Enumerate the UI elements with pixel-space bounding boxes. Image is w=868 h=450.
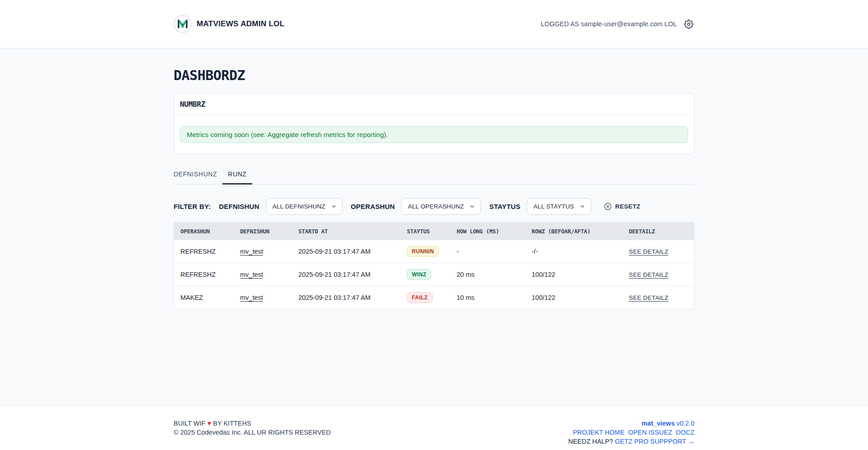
filter-by-label: FILTER BY: xyxy=(174,203,211,210)
tab-runz[interactable]: RUNZ xyxy=(222,166,252,185)
runs-table: OPERASHUN DEFNISHUN STARTD AT STAYTUS HO… xyxy=(174,222,694,309)
cell-operation: REFRESHZ xyxy=(174,240,234,263)
reset-button-label: RESETZ xyxy=(615,203,641,210)
open-issuez-link[interactable]: OPEN ISSUEZ xyxy=(628,429,672,436)
version-link: v0.2.0 xyxy=(677,420,695,427)
col-rowz: ROWZ (BEFOAR/AFTA) xyxy=(525,223,623,240)
definition-select-value: ALL DEFNISHUNZ xyxy=(273,203,326,210)
built-prefix: BUILT WIF xyxy=(174,420,205,427)
copyright-line: © 2025 Codevedas Inc. ALL UR RIGHTS RESE… xyxy=(174,428,331,437)
version-line: mat_views v0.2.0 xyxy=(568,419,694,428)
cell-started-at: 2025-09-21 03:17:47 AM xyxy=(292,240,401,263)
status-select[interactable]: ALL STAYTUS xyxy=(527,198,591,215)
heart-icon: ♥ xyxy=(207,419,211,427)
matviews-logo-icon xyxy=(174,15,192,33)
cell-operation: REFRESHZ xyxy=(174,263,234,286)
see-details-link[interactable]: SEE DETAILZ xyxy=(629,271,668,278)
col-startd-at: STARTD AT xyxy=(292,223,401,240)
cell-started-at: 2025-09-21 03:17:47 AM xyxy=(292,263,401,286)
filter-bar: FILTER BY: DEFNISHUN ALL DEFNISHUNZ OPER… xyxy=(174,198,694,215)
status-badge: FAILZ xyxy=(407,292,433,303)
cell-rows: 100/122 xyxy=(525,286,623,309)
matviews-link[interactable]: mat_views xyxy=(642,420,675,427)
col-staytus: STAYTUS xyxy=(401,223,450,240)
chevron-down-icon xyxy=(580,204,585,209)
settings-button[interactable] xyxy=(683,19,694,30)
operation-select-value: ALL OPERASHUNZ xyxy=(408,203,464,210)
footer-links: PROJEKT HOME OPEN ISSUEZ DOCZ xyxy=(568,428,694,437)
see-details-link[interactable]: SEE DETAILZ xyxy=(629,248,668,255)
definition-link[interactable]: mv_test xyxy=(240,248,263,255)
projekt-home-link[interactable]: PROJEKT HOME xyxy=(573,429,624,436)
chevron-down-icon xyxy=(331,204,337,209)
app-title: MATVIEWS ADMIN LOL xyxy=(197,19,284,28)
col-deetailz: DEETAILZ xyxy=(623,223,694,240)
reset-button[interactable]: RESETZ xyxy=(604,203,641,210)
built-suffix: BY KITTEHS xyxy=(213,420,251,427)
cell-duration: 10 ms xyxy=(450,286,525,309)
numbers-card: NUMBRZ Metrics coming soon (see: Aggrega… xyxy=(174,93,694,154)
col-operashun: OPERASHUN xyxy=(174,223,234,240)
brand[interactable]: MATVIEWS ADMIN LOL xyxy=(174,15,284,33)
page-title: DASHBORDZ xyxy=(174,67,694,83)
built-with-line: BUILT WIF ♥ BY KITTEHS xyxy=(174,419,331,428)
help-prefix: NEEDZ HALP? xyxy=(568,438,613,445)
col-how-long: HOW LONG (MS) xyxy=(450,223,525,240)
gear-icon xyxy=(684,19,693,29)
table-row: REFRESHZ mv_test 2025-09-21 03:17:47 AM … xyxy=(174,263,694,286)
cell-started-at: 2025-09-21 03:17:47 AM xyxy=(292,286,401,309)
chevron-down-icon xyxy=(469,204,475,209)
definition-select[interactable]: ALL DEFNISHUNZ xyxy=(266,198,343,215)
status-filter-label: STAYTUS xyxy=(489,203,520,210)
cell-operation: MAKEZ xyxy=(174,286,234,309)
status-badge: RUNNIN xyxy=(407,246,439,257)
pro-support-link[interactable]: GETZ PRO SUPPPORT → xyxy=(615,438,694,445)
tab-defnishunz[interactable]: DEFNISHUNZ xyxy=(174,166,222,185)
app-footer: BUILT WIF ♥ BY KITTEHS © 2025 Codevedas … xyxy=(0,405,868,450)
cell-rows: 100/122 xyxy=(525,263,623,286)
tabs: DEFNISHUNZ RUNZ xyxy=(174,166,694,185)
definition-filter-label: DEFNISHUN xyxy=(219,203,259,210)
operation-select[interactable]: ALL OPERASHUNZ xyxy=(401,198,481,215)
operation-filter-label: OPERASHUN xyxy=(351,203,395,210)
metrics-notice: Metrics coming soon (see: Aggregate refr… xyxy=(180,126,688,143)
status-select-value: ALL STAYTUS xyxy=(533,203,574,210)
cell-duration: 20 ms xyxy=(450,263,525,286)
x-circle-icon xyxy=(604,203,612,210)
definition-link[interactable]: mv_test xyxy=(240,271,263,278)
table-header-row: OPERASHUN DEFNISHUN STARTD AT STAYTUS HO… xyxy=(174,223,694,240)
docz-link[interactable]: DOCZ xyxy=(676,429,694,436)
cell-rows: -/- xyxy=(525,240,623,263)
table-row: MAKEZ mv_test 2025-09-21 03:17:47 AM FAI… xyxy=(174,286,694,309)
definition-link[interactable]: mv_test xyxy=(240,294,263,301)
see-details-link[interactable]: SEE DETAILZ xyxy=(629,294,668,301)
cell-duration: - xyxy=(450,240,525,263)
app-header: MATVIEWS ADMIN LOL LOGGED AS sample-user… xyxy=(0,0,868,48)
help-line: NEEDZ HALP? GETZ PRO SUPPPORT → xyxy=(568,437,694,446)
col-defnishun: DEFNISHUN xyxy=(234,223,292,240)
status-badge: WINZ xyxy=(407,269,431,280)
table-row: REFRESHZ mv_test 2025-09-21 03:17:47 AM … xyxy=(174,240,694,263)
logged-as-text: LOGGED AS sample-user@example.com LOL xyxy=(541,20,677,28)
numbers-card-title: NUMBRZ xyxy=(180,100,205,109)
